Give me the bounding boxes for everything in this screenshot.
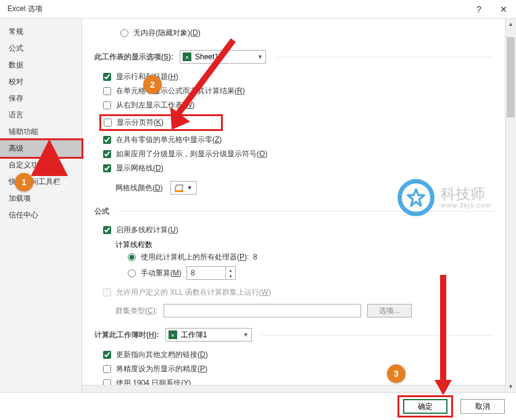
chevron-down-icon: ▼ bbox=[187, 185, 193, 191]
check-multithread[interactable]: 启用多线程计算(U) bbox=[103, 223, 494, 237]
chevron-down-icon: ▼ bbox=[243, 332, 249, 338]
thread-count-label: 计算线程数 bbox=[103, 237, 494, 250]
sidebar-item-save[interactable]: 保存 bbox=[0, 90, 81, 107]
check-rtl-sheet-label: 从右到左显示工作表(W) bbox=[116, 100, 194, 111]
titlebar-controls: ? ✕ bbox=[467, 0, 516, 19]
chevron-down-icon: ▼ bbox=[257, 54, 263, 60]
sidebar-item-language[interactable]: 语言 bbox=[0, 107, 81, 124]
radio-thread-all[interactable]: 使用此计算机上的所有处理器(P): 8 bbox=[103, 250, 494, 264]
check-row-col-headers-input[interactable] bbox=[103, 73, 111, 81]
workbook-combo[interactable]: x工作簿1 ▼ bbox=[165, 328, 252, 342]
sheet-combo-value: Sheet1 bbox=[195, 52, 218, 61]
formula-section-label: 公式 bbox=[94, 206, 109, 217]
check-rtl-sheet-input[interactable] bbox=[103, 101, 111, 109]
check-precision[interactable]: 将精度设为所显示的精度(P) bbox=[103, 362, 494, 376]
check-show-formulas-label: 在单元格中显示公式而非其计算结果(R) bbox=[116, 86, 245, 96]
annotation-badge-2: 2 bbox=[143, 75, 162, 94]
check-precision-label: 将精度设为所显示的精度(P) bbox=[116, 364, 207, 374]
sheet-section-row: 此工作表的显示选项(S): xSheet1 ▼ bbox=[94, 48, 494, 70]
main-content: 无内容(隐藏对象)(D) 此工作表的显示选项(S): xSheet1 ▼ 显示行… bbox=[82, 19, 505, 392]
spin-down-icon[interactable]: ▼ bbox=[226, 273, 235, 279]
check-xll-cluster: 允许用户定义的 XLL 函数在计算群集上运行(W) bbox=[103, 285, 494, 300]
main-panel: 无内容(隐藏对象)(D) 此工作表的显示选项(S): xSheet1 ▼ 显示行… bbox=[82, 19, 516, 392]
formula-section-row: 公式 bbox=[94, 204, 494, 223]
sidebar-item-advanced[interactable]: 高级 bbox=[0, 138, 83, 159]
fill-bucket-icon bbox=[175, 183, 183, 192]
check-gridlines[interactable]: 显示网格线(D) bbox=[103, 161, 494, 175]
radio-no-content[interactable]: 无内容(隐藏对象)(D) bbox=[103, 26, 494, 40]
radio-thread-manual-input[interactable] bbox=[128, 269, 136, 277]
radio-no-content-input[interactable] bbox=[120, 29, 128, 37]
check-show-formulas[interactable]: 在单元格中显示公式而非其计算结果(R) bbox=[103, 84, 494, 98]
sheet-combo[interactable]: xSheet1 ▼ bbox=[180, 50, 266, 64]
check-outline-symbols-label: 如果应用了分级显示，则显示分级显示符号(O) bbox=[116, 149, 267, 159]
check-multithread-label: 启用多线程计算(U) bbox=[116, 225, 178, 235]
check-gridlines-input[interactable] bbox=[103, 164, 111, 172]
sidebar-item-accessibility[interactable]: 辅助功能 bbox=[0, 124, 81, 140]
radio-no-content-label: 无内容(隐藏对象)(D) bbox=[133, 28, 201, 38]
check-gridlines-label: 显示网格线(D) bbox=[116, 163, 164, 174]
scrollbar-vertical[interactable]: ▲ ▼ bbox=[505, 19, 516, 392]
cancel-button[interactable]: 取消 bbox=[460, 399, 505, 414]
check-multithread-input[interactable] bbox=[103, 226, 111, 234]
highlight-ok: 确定 bbox=[397, 395, 453, 418]
sidebar-item-customize-ribbon[interactable]: 自定义功能区 bbox=[0, 157, 81, 174]
cluster-options-button[interactable]: 选项... bbox=[367, 304, 412, 317]
sidebar-item-formulas[interactable]: 公式 bbox=[0, 40, 81, 57]
check-outline-symbols[interactable]: 如果应用了分级显示，则显示分级显示符号(O) bbox=[103, 147, 494, 161]
sidebar-item-general[interactable]: 常规 bbox=[0, 23, 81, 40]
gridline-color-label: 网格线颜色(D) bbox=[115, 183, 163, 193]
excel-sheet-icon: x bbox=[183, 52, 191, 61]
ok-button[interactable]: 确定 bbox=[403, 399, 447, 414]
sidebar-item-addins[interactable]: 加载项 bbox=[0, 190, 81, 207]
scrollbar-horizontal[interactable] bbox=[82, 385, 505, 392]
workbook-combo-value: 工作簿1 bbox=[181, 330, 207, 340]
check-update-links[interactable]: 更新指向其他文档的链接(D) bbox=[103, 348, 494, 362]
check-update-links-input[interactable] bbox=[103, 351, 111, 359]
spin-up-icon[interactable]: ▲ bbox=[226, 267, 235, 273]
scroll-down-icon[interactable]: ▼ bbox=[506, 381, 516, 392]
check-show-formulas-input[interactable] bbox=[103, 87, 111, 95]
sidebar-item-data[interactable]: 数据 bbox=[0, 57, 81, 74]
check-xll-cluster-label: 允许用户定义的 XLL 函数在计算群集上运行(W) bbox=[116, 287, 271, 298]
sheet-section-label: 此工作表的显示选项(S): bbox=[94, 52, 173, 62]
radio-thread-manual[interactable]: 手动重算(M) 8 ▲▼ bbox=[103, 264, 494, 282]
dialog-footer: 确定 取消 bbox=[0, 392, 516, 420]
scroll-up-icon[interactable]: ▲ bbox=[506, 19, 516, 30]
titlebar: Excel 选项 ? ✕ bbox=[0, 0, 516, 19]
gridline-color-row: 网格线颜色(D) ▼ bbox=[103, 179, 494, 196]
gridline-color-picker[interactable]: ▼ bbox=[170, 181, 197, 195]
check-row-col-headers[interactable]: 显示行和列标题(H) bbox=[103, 70, 494, 84]
thread-manual-value: 8 bbox=[187, 269, 225, 277]
sidebar: 常规 公式 数据 校对 保存 语言 辅助功能 高级 自定义功能区 快速访问工具栏… bbox=[0, 19, 82, 392]
check-zero-values-label: 在具有零值的单元格中显示零(Z) bbox=[116, 135, 222, 145]
scroll-thumb[interactable] bbox=[507, 37, 515, 117]
check-zero-values-input[interactable] bbox=[103, 136, 111, 144]
close-icon[interactable]: ✕ bbox=[491, 0, 516, 19]
check-zero-values[interactable]: 在具有零值的单元格中显示零(Z) bbox=[103, 133, 494, 147]
check-page-breaks-row: 显示分页符(K) bbox=[103, 112, 494, 133]
window-title: Excel 选项 bbox=[5, 4, 43, 14]
check-xll-cluster-input bbox=[103, 288, 111, 296]
radio-thread-all-label: 使用此计算机上的所有处理器(P): 8 bbox=[141, 252, 257, 262]
sidebar-item-qat[interactable]: 快速访问工具栏 bbox=[0, 174, 81, 190]
cluster-type-row: 群集类型(C): 选项... bbox=[103, 302, 494, 319]
check-rtl-sheet[interactable]: 从右到左显示工作表(W) bbox=[103, 98, 494, 112]
annotation-badge-1: 1 bbox=[15, 173, 33, 191]
radio-thread-manual-label: 手动重算(M) bbox=[141, 268, 181, 279]
workbook-section-label: 计算此工作簿时(H): bbox=[94, 330, 159, 340]
thread-manual-spinner[interactable]: 8 ▲▼ bbox=[186, 266, 236, 280]
workbook-section-row: 计算此工作簿时(H): x工作簿1 ▼ bbox=[94, 326, 494, 348]
excel-workbook-icon: x bbox=[169, 330, 177, 339]
check-page-breaks-input[interactable] bbox=[104, 119, 112, 127]
annotation-badge-3: 3 bbox=[387, 364, 406, 383]
sidebar-item-trust-center[interactable]: 信任中心 bbox=[0, 207, 81, 224]
check-update-links-label: 更新指向其他文档的链接(D) bbox=[116, 350, 208, 360]
sidebar-item-proofing[interactable]: 校对 bbox=[0, 74, 81, 90]
highlight-page-breaks: 显示分页符(K) bbox=[99, 114, 223, 131]
cluster-type-input[interactable] bbox=[164, 304, 361, 317]
help-icon[interactable]: ? bbox=[467, 0, 491, 19]
radio-thread-all-input[interactable] bbox=[128, 253, 136, 261]
check-precision-input[interactable] bbox=[103, 365, 111, 373]
check-outline-symbols-input[interactable] bbox=[103, 150, 111, 158]
